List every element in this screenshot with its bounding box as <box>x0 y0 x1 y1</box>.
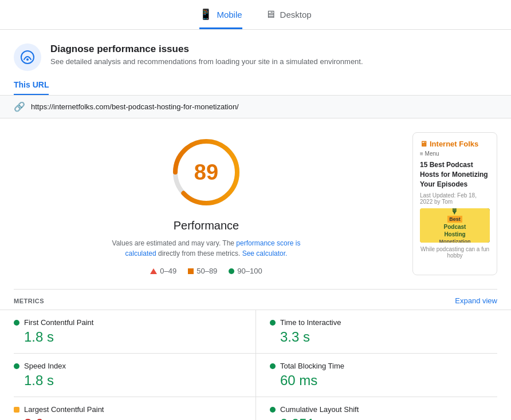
cls-value: 0.051 <box>270 416 497 420</box>
lcp-name: Largest Contentful Paint <box>24 405 104 414</box>
preview-caption: While podcasting can a fun hobby <box>420 246 490 259</box>
tti-dot <box>270 320 276 326</box>
url-tab-bar: This URL <box>0 71 511 95</box>
metric-cls: Cumulative Layout Shift 0.051 <box>256 397 497 420</box>
si-name: Speed Index <box>24 362 66 370</box>
link-icon: 🔗 <box>14 101 25 112</box>
expand-view-link[interactable]: Expand view <box>455 296 497 305</box>
tbt-value: 60 ms <box>270 373 497 389</box>
tab-mobile[interactable]: 📱 Mobile <box>199 8 242 29</box>
preview-menu: ≡ Menu <box>420 150 490 157</box>
metrics-label: METRICS <box>14 298 44 304</box>
preview-title: 15 Best Podcast Hosts for Monetizing You… <box>420 160 490 189</box>
score-legend: 0–49 50–89 90–100 <box>150 267 262 275</box>
fcp-name: First Contentful Paint <box>24 318 93 327</box>
header-icon <box>14 43 41 71</box>
legend-good-range: 90–100 <box>237 267 262 275</box>
preview-card: 🖥 Internet Folks ≡ Menu 15 Best Podcast … <box>412 132 497 275</box>
metric-fcp: First Contentful Paint 1.8 s <box>14 310 256 354</box>
legend-bad-range: 0–49 <box>160 267 176 275</box>
header-section: Diagnose performance issues See detailed… <box>0 30 511 71</box>
fcp-value: 1.8 s <box>14 329 256 345</box>
svg-point-1 <box>26 58 29 61</box>
metric-si: Speed Index 1.8 s <box>14 354 256 397</box>
lcp-dot <box>14 407 19 413</box>
legend-good: 90–100 <box>229 267 262 275</box>
header-text: Diagnose performance issues See detailed… <box>50 43 363 66</box>
metric-tti: Time to Interactive 3.3 s <box>256 310 497 354</box>
tab-desktop[interactable]: 🖥 Desktop <box>265 8 312 29</box>
lcp-value: 3.6 s <box>14 416 256 420</box>
tbt-dot <box>270 363 276 369</box>
legend-bad-icon <box>150 268 157 274</box>
score-section: 89 Performance Values are estimated and … <box>14 132 399 275</box>
metrics-grid: First Contentful Paint 1.8 s Time to Int… <box>0 310 511 420</box>
this-url-tab[interactable]: This URL <box>14 80 49 95</box>
preview-meta: Last Updated: Feb 18, 2022 by Tom <box>420 192 490 205</box>
legend-good-icon <box>229 268 234 274</box>
desktop-icon: 🖥 <box>265 9 276 21</box>
tbt-name: Total Blocking Time <box>280 362 344 370</box>
tti-value: 3.3 s <box>270 329 497 345</box>
tab-bar: 📱 Mobile 🖥 Desktop <box>0 0 511 30</box>
metrics-header: METRICS Expand view <box>0 290 511 310</box>
tab-desktop-label: Desktop <box>280 10 312 19</box>
legend-medium-range: 50–89 <box>196 267 217 275</box>
tab-mobile-label: Mobile <box>217 10 242 19</box>
header-subtitle: See detailed analysis and recommendation… <box>50 57 363 66</box>
url-display: https://internetfolks.com/best-podcast-h… <box>31 102 239 111</box>
mobile-icon: 📱 <box>199 8 212 21</box>
performance-label: Performance <box>174 219 239 232</box>
header-title: Diagnose performance issues <box>50 43 363 55</box>
preview-site-name: 🖥 Internet Folks <box>420 140 490 148</box>
legend-medium-icon <box>188 268 194 274</box>
legend-medium: 50–89 <box>188 267 217 275</box>
monitor-icon: 🖥 <box>420 140 427 148</box>
fcp-dot <box>14 320 19 326</box>
score-number: 89 <box>194 160 218 185</box>
cls-name: Cumulative Layout Shift <box>280 405 359 414</box>
preview-image: 🎙 Best Podcast Hosting Monetization <box>420 208 490 243</box>
si-value: 1.8 s <box>14 373 256 389</box>
cls-dot <box>270 407 276 413</box>
score-circle: 89 <box>166 132 246 212</box>
metric-lcp: Largest Contentful Paint 3.6 s <box>14 397 256 420</box>
score-note: Values are estimated and may vary. The p… <box>109 238 304 259</box>
tti-name: Time to Interactive <box>280 318 341 327</box>
main-content: 89 Performance Values are estimated and … <box>0 118 511 289</box>
url-bar: 🔗 https://internetfolks.com/best-podcast… <box>0 95 511 118</box>
metric-tbt: Total Blocking Time 60 ms <box>256 354 497 397</box>
si-dot <box>14 363 19 369</box>
gauge-icon <box>19 49 36 65</box>
legend-bad: 0–49 <box>150 267 176 275</box>
calculator-link[interactable]: See calculator. <box>242 249 288 257</box>
